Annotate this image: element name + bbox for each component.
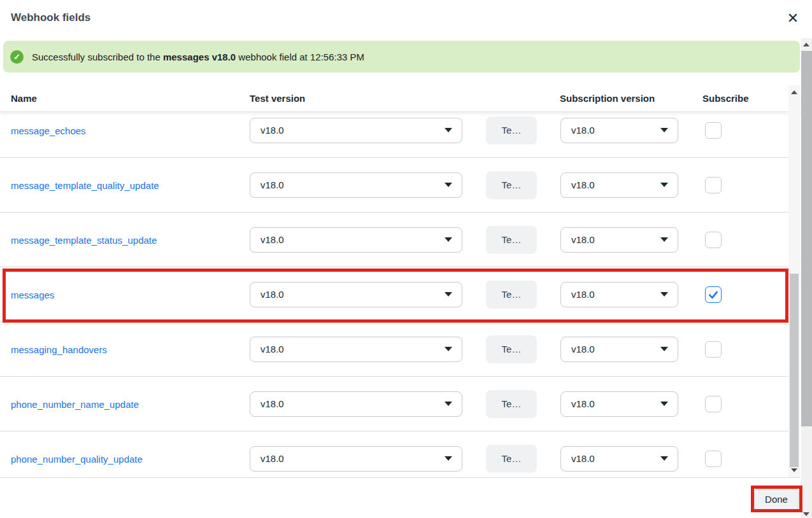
subscribe-checkbox[interactable] — [705, 451, 722, 467]
field-name-link[interactable]: message_template_quality_update — [11, 179, 159, 190]
subscription-version-dropdown[interactable]: v18.0 — [560, 227, 678, 253]
table-row: message_echoes v18.0 Te… v18.0 — [0, 112, 800, 158]
column-header-name: Name — [11, 85, 37, 112]
test-version-value: v18.0 — [260, 398, 284, 409]
subscription-version-value: v18.0 — [571, 179, 595, 190]
test-version-dropdown[interactable]: v18.0 — [250, 172, 462, 198]
chevron-down-icon — [660, 237, 668, 242]
subscribe-checkbox[interactable] — [705, 396, 722, 412]
test-button-label: Te… — [502, 453, 522, 464]
close-icon[interactable]: ✕ — [783, 9, 802, 28]
field-name-link[interactable]: message_echoes — [11, 125, 86, 136]
banner-text-prefix: Successfully subscribed to the — [32, 52, 163, 62]
chevron-down-icon — [660, 456, 668, 461]
banner-text-highlight: messages v18.0 — [163, 52, 236, 62]
test-version-dropdown[interactable]: v18.0 — [250, 391, 462, 417]
subscribe-checkbox[interactable] — [705, 122, 722, 139]
subscription-version-dropdown[interactable]: v18.0 — [560, 118, 678, 143]
test-button[interactable]: Te… — [486, 390, 537, 418]
subscription-version-value: v18.0 — [571, 344, 595, 354]
chevron-down-icon — [660, 347, 668, 351]
test-button[interactable]: Te… — [486, 116, 537, 144]
chevron-down-icon — [445, 292, 452, 297]
page-title: Webhook fields — [11, 11, 90, 24]
scroll-down-icon[interactable] — [803, 512, 809, 516]
done-button-label: Done — [765, 494, 788, 505]
test-button-label: Te… — [502, 125, 522, 136]
scroll-up-icon[interactable] — [803, 43, 809, 46]
table-bottom-border — [0, 477, 801, 478]
chevron-down-icon — [445, 183, 452, 187]
test-button-label: Te… — [502, 179, 522, 190]
chevron-down-icon — [660, 128, 668, 132]
table-row: phone_number_name_update v18.0 Te… v18.0 — [0, 377, 800, 431]
page-scrollbar[interactable] — [801, 38, 812, 518]
test-button-label: Te… — [502, 398, 522, 409]
chevron-down-icon — [660, 183, 668, 187]
table-row: message_template_status_update v18.0 Te…… — [0, 213, 800, 267]
table-row: messages v18.0 Te… v18.0 — [0, 267, 800, 322]
test-version-dropdown[interactable]: v18.0 — [250, 282, 462, 307]
success-check-icon: ✓ — [10, 50, 24, 64]
table-header: Name Test version Subscription version S… — [0, 85, 801, 112]
table-row: message_template_quality_update v18.0 Te… — [0, 158, 800, 213]
test-button[interactable]: Te… — [486, 445, 537, 473]
subscribe-checkbox[interactable] — [705, 341, 722, 358]
subscription-version-dropdown[interactable]: v18.0 — [560, 172, 678, 198]
test-version-value: v18.0 — [260, 125, 284, 136]
scroll-up-icon[interactable] — [791, 90, 797, 94]
test-version-dropdown[interactable]: v18.0 — [250, 446, 462, 472]
subscription-version-dropdown[interactable]: v18.0 — [560, 446, 678, 472]
column-header-test-version: Test version — [250, 85, 305, 112]
test-version-value: v18.0 — [260, 289, 284, 300]
subscription-version-value: v18.0 — [571, 453, 595, 464]
test-button[interactable]: Te… — [486, 226, 537, 254]
test-version-dropdown[interactable]: v18.0 — [250, 118, 462, 143]
success-banner-text: Successfully subscribed to the messages … — [32, 52, 364, 62]
subscription-version-value: v18.0 — [571, 234, 595, 245]
test-version-dropdown[interactable]: v18.0 — [250, 227, 462, 253]
subscription-version-value: v18.0 — [571, 398, 595, 409]
test-version-value: v18.0 — [260, 344, 284, 354]
test-button-label: Te… — [502, 344, 522, 354]
success-banner: ✓ Successfully subscribed to the message… — [3, 41, 800, 73]
test-button[interactable]: Te… — [486, 281, 537, 309]
subscription-version-dropdown[interactable]: v18.0 — [560, 282, 678, 307]
test-version-value: v18.0 — [260, 234, 284, 245]
subscribe-checkbox[interactable] — [705, 286, 722, 303]
subscription-version-dropdown[interactable]: v18.0 — [560, 391, 678, 417]
field-name-link[interactable]: phone_number_quality_update — [11, 453, 143, 464]
field-name-link[interactable]: phone_number_name_update — [11, 398, 139, 409]
page-scrollbar-thumb[interactable] — [801, 51, 812, 426]
table-row: messaging_handovers v18.0 Te… v18.0 — [0, 322, 800, 377]
subscription-version-value: v18.0 — [571, 125, 595, 136]
field-name-link[interactable]: messages — [11, 289, 54, 300]
chevron-down-icon — [445, 237, 452, 242]
chevron-down-icon — [445, 402, 452, 406]
chevron-down-icon — [660, 292, 668, 297]
field-name-link[interactable]: messaging_handovers — [11, 344, 107, 354]
banner-text-suffix: webhook field at 12:56:33 PM — [236, 52, 364, 62]
table-row: phone_number_quality_update v18.0 Te… v1… — [0, 431, 800, 477]
table-scrollbar-thumb[interactable] — [790, 274, 799, 467]
chevron-down-icon — [445, 347, 452, 351]
table-scrollbar[interactable] — [788, 85, 800, 477]
subscription-version-dropdown[interactable]: v18.0 — [560, 337, 678, 362]
done-button[interactable]: Done — [754, 489, 799, 510]
test-version-value: v18.0 — [260, 453, 284, 464]
test-version-dropdown[interactable]: v18.0 — [250, 337, 462, 362]
chevron-down-icon — [445, 456, 452, 461]
test-button[interactable]: Te… — [486, 335, 537, 363]
scroll-down-icon[interactable] — [791, 468, 797, 472]
subscribe-checkbox[interactable] — [705, 232, 722, 248]
test-version-value: v18.0 — [260, 179, 284, 190]
column-header-subscribe: Subscribe — [702, 85, 749, 112]
test-button[interactable]: Te… — [486, 171, 537, 199]
subscribe-checkbox[interactable] — [705, 177, 722, 193]
test-button-label: Te… — [502, 289, 522, 300]
column-header-subscription-version: Subscription version — [560, 85, 655, 112]
checkmark-icon — [708, 289, 719, 300]
field-name-link[interactable]: message_template_status_update — [11, 234, 157, 245]
chevron-down-icon — [445, 128, 452, 132]
test-button-label: Te… — [502, 234, 522, 245]
